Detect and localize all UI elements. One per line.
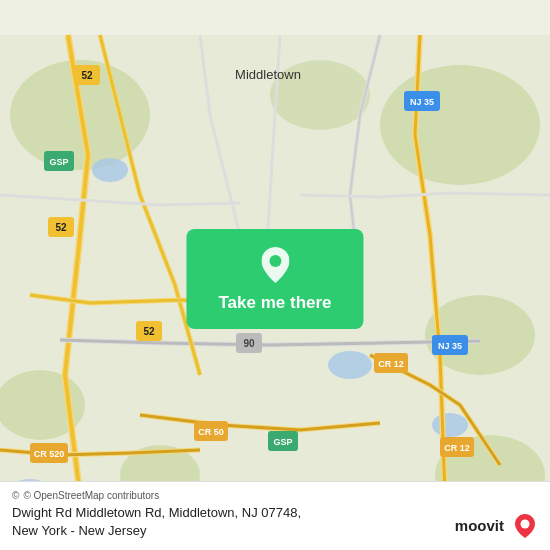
attribution: © © OpenStreetMap contributors — [12, 490, 538, 501]
moovit-text: moovit — [455, 517, 504, 534]
map-container: 52 52 52 GSP GSP NJ 35 NJ 35 CR 12 CR 12 — [0, 0, 550, 550]
take-me-there-button[interactable]: Take me there — [186, 229, 363, 329]
svg-text:52: 52 — [55, 222, 67, 233]
svg-point-9 — [328, 351, 372, 379]
svg-text:CR 50: CR 50 — [198, 427, 224, 437]
svg-point-8 — [92, 158, 128, 182]
svg-point-37 — [269, 255, 281, 267]
svg-text:CR 520: CR 520 — [34, 449, 65, 459]
svg-text:90: 90 — [243, 338, 255, 349]
svg-text:CR 12: CR 12 — [378, 359, 404, 369]
svg-text:CR 12: CR 12 — [444, 443, 470, 453]
moovit-logo: moovit — [455, 512, 538, 538]
moovit-icon — [512, 512, 538, 538]
map-pin-icon — [259, 245, 291, 285]
svg-text:NJ 35: NJ 35 — [410, 97, 434, 107]
copyright-symbol: © — [12, 490, 19, 501]
attribution-text: © OpenStreetMap contributors — [23, 490, 159, 501]
svg-point-38 — [521, 520, 530, 529]
cta-label: Take me there — [218, 293, 331, 313]
svg-text:GSP: GSP — [49, 157, 68, 167]
svg-text:52: 52 — [81, 70, 93, 81]
svg-text:Middletown: Middletown — [235, 67, 301, 82]
address-line1: Dwight Rd Middletown Rd, Middletown, NJ … — [12, 504, 301, 522]
svg-text:GSP: GSP — [273, 437, 292, 447]
bottom-bar: © © OpenStreetMap contributors Dwight Rd… — [0, 481, 550, 550]
svg-point-2 — [380, 65, 540, 185]
svg-point-10 — [432, 413, 468, 437]
address-line2: New York - New Jersey — [12, 522, 301, 540]
svg-text:NJ 35: NJ 35 — [438, 341, 462, 351]
svg-text:52: 52 — [143, 326, 155, 337]
